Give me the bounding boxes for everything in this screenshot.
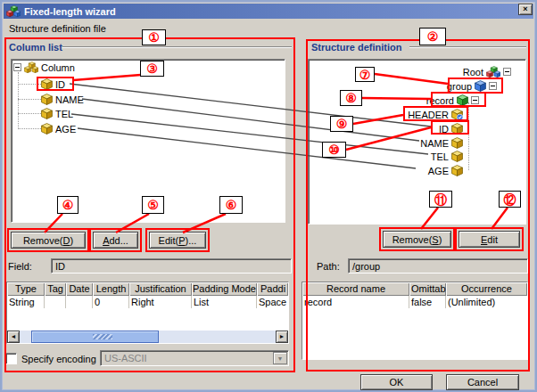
collapse-icon[interactable] xyxy=(13,63,21,71)
annotation-number-8: ⑧ xyxy=(340,90,362,106)
collapse-icon[interactable] xyxy=(471,96,479,104)
column-header[interactable]: Tag xyxy=(45,282,66,296)
column-properties-table[interactable]: Type Tag Date Length Justification Paddi… xyxy=(6,282,289,344)
collapse-icon[interactable] xyxy=(489,82,497,90)
tree-guide-line xyxy=(18,72,19,129)
field-value: ID xyxy=(55,261,65,272)
tree-node-age[interactable]: AGE xyxy=(41,122,76,135)
table-row[interactable]: record false (Unlimited) xyxy=(302,296,527,308)
record-icon xyxy=(457,94,468,106)
tree-node-root[interactable]: Root xyxy=(309,65,525,78)
cell-occurrence: (Unlimited) xyxy=(446,296,527,308)
structure-definition-file-label: Structure definition file xyxy=(9,23,106,34)
annotation-number-1: ① xyxy=(142,29,166,45)
column-icon xyxy=(41,108,53,119)
tree-guide-line xyxy=(18,84,41,85)
column-header[interactable]: Date xyxy=(66,282,93,296)
annotation-number-11: ⑪ xyxy=(429,191,452,208)
column-list-groupbox-line xyxy=(57,46,292,48)
tree-node-label: Column xyxy=(41,62,75,73)
remove-column-button[interactable]: Remove(D) xyxy=(11,232,86,249)
tree-guide-line xyxy=(18,99,41,100)
window-title: Fixed-length wizard xyxy=(24,6,116,17)
column-header[interactable]: Paddi xyxy=(257,282,288,296)
titlebar[interactable]: Fixed-length wizard xyxy=(4,4,533,19)
annotation-number-6: ⑥ xyxy=(219,196,243,214)
tree-node-label: Root xyxy=(463,67,483,78)
scroll-left-icon[interactable]: ◄ xyxy=(7,331,20,343)
cell-tag xyxy=(45,296,66,308)
close-icon[interactable]: × xyxy=(518,4,533,15)
edit-column-button[interactable]: Edit(P)... xyxy=(149,232,206,249)
group-icon xyxy=(475,80,486,92)
path-value: /group xyxy=(352,261,380,272)
cell-length: 0 xyxy=(93,296,129,308)
tree-guide-line xyxy=(18,128,41,129)
field-icon xyxy=(451,137,463,149)
column-icon xyxy=(41,94,53,105)
annotation-number-4: ④ xyxy=(57,196,78,214)
remove-structure-button[interactable]: Remove(S) xyxy=(383,231,451,248)
column-header[interactable]: Type xyxy=(7,282,45,296)
ok-button[interactable]: OK xyxy=(360,374,433,390)
annotation-number-9: ⑨ xyxy=(330,116,353,132)
record-table[interactable]: Record name Omittab.. Occurrence record … xyxy=(302,282,528,360)
path-input[interactable]: /group xyxy=(348,258,528,274)
tree-node-label: NAME xyxy=(55,94,84,105)
annotation-number-2: ② xyxy=(419,28,446,45)
columns-icon xyxy=(24,61,38,73)
column-icon xyxy=(41,123,53,135)
chevron-down-icon[interactable]: ▼ xyxy=(273,352,287,364)
cell-record-name: record xyxy=(302,296,409,308)
encoding-value: US-ASCII xyxy=(101,353,272,363)
annotation-number-12: ⑫ xyxy=(499,191,521,208)
field-checked-icon xyxy=(451,109,463,120)
tree-node-label: TEL xyxy=(431,151,449,162)
table-empty-area xyxy=(7,308,288,331)
tree-node-name[interactable]: NAME xyxy=(41,93,84,106)
tree-node-label: HEADER xyxy=(408,110,449,120)
field-input[interactable]: ID xyxy=(51,258,292,274)
tree-node-column-root[interactable]: Column xyxy=(13,61,75,74)
cell-date xyxy=(66,296,93,308)
encoding-combobox[interactable]: US-ASCII ▼ xyxy=(100,350,289,366)
field-icon xyxy=(451,151,463,162)
structure-definition-groupbox-line xyxy=(409,46,526,48)
tree-node-label: group xyxy=(447,81,472,92)
column-header[interactable]: Record name xyxy=(302,282,409,296)
cell-type: String xyxy=(7,296,45,308)
tree-node-tel[interactable]: TEL xyxy=(41,107,73,120)
annotation-number-7: ⑦ xyxy=(355,67,375,82)
tree-guide-line xyxy=(18,113,41,114)
root-icon xyxy=(486,66,500,78)
column-header[interactable]: Justification xyxy=(129,282,192,296)
table-empty-area xyxy=(302,308,527,359)
table-row[interactable]: String 0 Right List Space xyxy=(7,296,288,308)
field-icon xyxy=(451,165,463,176)
annotation-number-3: ③ xyxy=(140,61,164,77)
tree-node-label: AGE xyxy=(428,166,449,176)
add-column-button[interactable]: Add... xyxy=(93,232,138,249)
column-header[interactable]: Padding Mode xyxy=(192,282,257,296)
column-header[interactable]: Length xyxy=(93,282,129,296)
column-header[interactable]: Occurrence xyxy=(446,282,527,296)
cancel-button[interactable]: Cancel xyxy=(446,374,519,390)
column-icon xyxy=(41,78,53,90)
scrollbar-thumb[interactable] xyxy=(31,331,159,343)
tree-node-label: NAME xyxy=(420,138,449,149)
scroll-right-icon[interactable]: ► xyxy=(276,331,288,343)
edit-structure-button[interactable]: Edit xyxy=(459,231,520,248)
tree-node-label: record xyxy=(426,95,454,106)
collapse-icon[interactable] xyxy=(503,68,511,76)
cell-omittable: false xyxy=(409,296,446,308)
tree-node-age-right[interactable]: AGE xyxy=(309,164,525,177)
dialog-window: Fixed-length wizard × Structure definiti… xyxy=(0,0,537,392)
column-header[interactable]: Omittab.. xyxy=(409,282,446,296)
horizontal-scrollbar[interactable]: ◄ ► xyxy=(7,331,288,343)
specify-encoding-checkbox[interactable] xyxy=(5,353,17,364)
annotation-number-5: ⑤ xyxy=(142,196,164,214)
app-icon xyxy=(6,5,21,17)
tree-node-id[interactable]: ID xyxy=(41,78,65,91)
cell-padding-mode: List xyxy=(192,296,257,308)
field-label: Field: xyxy=(8,261,32,272)
